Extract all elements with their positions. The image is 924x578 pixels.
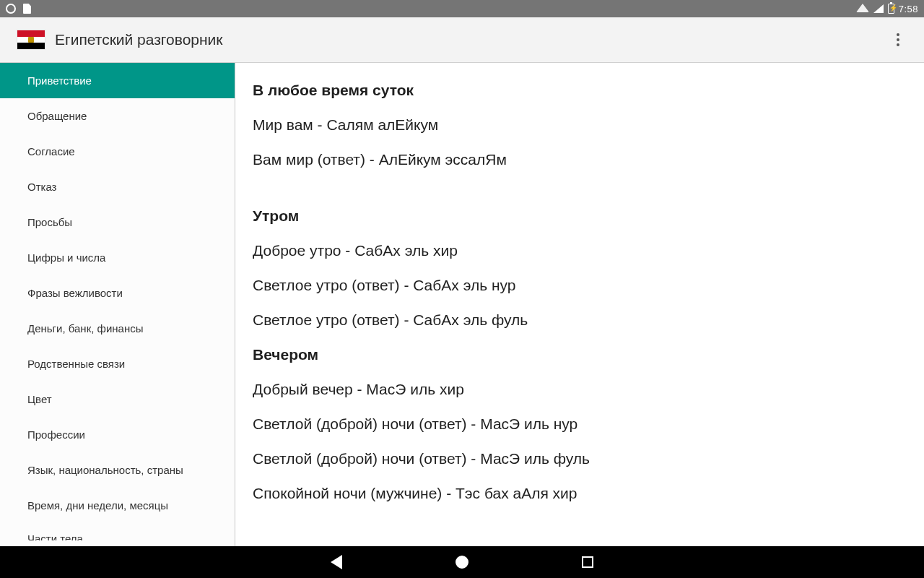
phrase-line: Светлой (доброй) ночи (ответ) - МасЭ иль… (253, 450, 907, 467)
sidebar-item[interactable]: Обращение (10, 98, 235, 134)
phrase-line: Спокойной ночи (мужчине) - Тэс бах аАля … (253, 485, 907, 502)
sidebar-item-label: Обращение (27, 110, 87, 122)
recent-square-icon (582, 556, 593, 568)
sidebar-item[interactable]: Время, дни недели, месяцы (10, 488, 235, 523)
spacer (253, 186, 907, 207)
home-circle-icon (456, 556, 468, 569)
phrase-line: Светлое утро (ответ) - СабАх эль нур (253, 277, 907, 294)
section-title: Вечером (253, 346, 907, 363)
sidebar-item-label: Просьбы (27, 216, 72, 228)
sidebar-item-label: Приветствие (27, 74, 92, 87)
nav-home-button[interactable] (453, 553, 471, 571)
cell-signal-icon (873, 4, 884, 13)
app-bar: Египетский разговорник (0, 17, 924, 63)
wifi-icon (856, 4, 869, 14)
sidebar-item[interactable]: Язык, национальность, страны (10, 452, 235, 488)
phrase-line: Доброе утро - СабАх эль хир (253, 242, 907, 259)
phrase-line: Мир вам - Салям алЕйкум (253, 116, 907, 134)
app-title: Египетский разговорник (55, 31, 223, 48)
section-title: В любое время суток (253, 82, 907, 99)
phrase-content[interactable]: В любое время сутокМир вам - Салям алЕйк… (235, 63, 924, 546)
sidebar-item-label: Фразы вежливости (27, 287, 123, 299)
sidebar-item[interactable]: Деньги, банк, финансы (10, 311, 235, 346)
status-clock: 7:58 (899, 4, 918, 14)
sidebar-item-label: Язык, национальность, страны (27, 464, 183, 476)
sidebar-item[interactable]: Части тела (10, 523, 235, 540)
phrase-line: Светлой (доброй) ночи (ответ) - МасЭ иль… (253, 415, 907, 433)
overflow-menu-button[interactable] (884, 25, 912, 54)
sidebar-item[interactable]: Родственные связи (10, 346, 235, 381)
sidebar-item-label: Время, дни недели, месяцы (27, 499, 168, 512)
sidebar-item[interactable]: Цвет (10, 381, 235, 417)
sidebar-item-label: Профессии (27, 428, 85, 441)
sidebar-item-label: Деньги, банк, финансы (27, 322, 143, 335)
phrase-line: Светлое утро (ответ) - СабАх эль фуль (253, 311, 907, 329)
sidebar-item-label: Родственные связи (27, 358, 125, 370)
back-triangle-icon (331, 555, 342, 569)
phrase-line: Добрый вечер - МасЭ иль хир (253, 381, 907, 398)
section-title: Утром (253, 207, 907, 225)
sidebar-item[interactable]: Согласие (10, 134, 235, 169)
phrase-line: Вам мир (ответ) - АлЕйкум эссалЯм (253, 151, 907, 168)
sidebar-item[interactable]: Фразы вежливости (10, 275, 235, 311)
sidebar-item-label: Части тела (27, 532, 83, 540)
circle-status-icon (6, 4, 16, 14)
sd-card-icon (23, 4, 31, 14)
sidebar-item[interactable]: Отказ (10, 169, 235, 204)
nav-recent-button[interactable] (579, 553, 596, 571)
more-vert-icon (897, 33, 899, 46)
sidebar-item[interactable]: Цифры и числа (10, 240, 235, 275)
sidebar-item-label: Отказ (27, 181, 56, 193)
category-sidebar[interactable]: ПриветствиеОбращениеСогласиеОтказПросьбы… (0, 63, 235, 546)
sidebar-item[interactable]: Профессии (10, 417, 235, 452)
status-bar: ⚡ 7:58 (0, 0, 924, 17)
sidebar-item-label: Цифры и числа (27, 251, 105, 264)
sidebar-item-label: Согласие (27, 145, 75, 158)
sidebar-item[interactable]: Просьбы (10, 204, 235, 240)
nav-back-button[interactable] (328, 553, 345, 571)
android-nav-bar (0, 546, 924, 578)
battery-charging-icon: ⚡ (888, 4, 894, 14)
sidebar-item-label: Цвет (27, 393, 52, 405)
egypt-flag-icon (17, 30, 45, 49)
sidebar-item[interactable]: Приветствие (0, 63, 235, 98)
